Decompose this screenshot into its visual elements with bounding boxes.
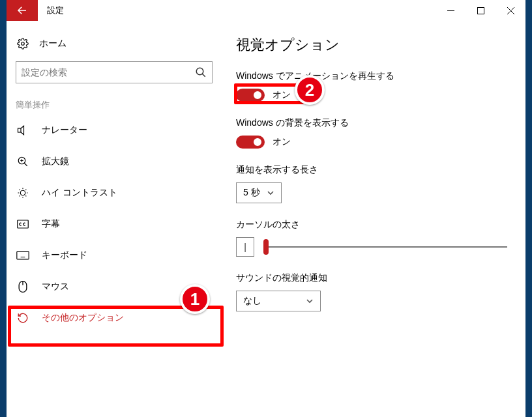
svg-rect-3 xyxy=(18,128,22,132)
combo-value: 5 秒 xyxy=(243,187,260,199)
nav-label: 拡大鏡 xyxy=(42,156,69,167)
home-label: ホーム xyxy=(39,38,66,50)
settings-window: 設定 ホーム 簡単操作 ナレーター xyxy=(7,0,525,417)
setting-animations: Windows でアニメーションを再生する オン xyxy=(236,70,507,102)
close-button[interactable] xyxy=(495,0,525,21)
mouse-icon xyxy=(16,280,30,293)
window-body: ホーム 簡単操作 ナレーター 拡大鏡 ハイ コントラスト xyxy=(7,21,525,417)
slider-thumb[interactable] xyxy=(263,239,269,255)
contrast-icon xyxy=(16,187,30,199)
chevron-down-icon xyxy=(306,297,314,305)
keyboard-icon xyxy=(16,251,30,260)
gear-icon xyxy=(16,38,30,50)
speaker-icon xyxy=(16,124,30,136)
search-icon xyxy=(195,66,207,78)
svg-point-5 xyxy=(20,190,25,195)
nav-label: マウス xyxy=(42,281,69,293)
svg-rect-0 xyxy=(477,7,484,14)
setting-label: 通知を表示する長さ xyxy=(236,164,507,176)
refresh-icon xyxy=(16,312,30,324)
search-wrap xyxy=(7,55,222,90)
search-input[interactable] xyxy=(22,67,195,78)
sidebar-item-mouse[interactable]: マウス xyxy=(7,271,222,302)
svg-point-2 xyxy=(196,68,203,75)
sidebar-item-high-contrast[interactable]: ハイ コントラスト xyxy=(7,177,222,208)
toggle-background[interactable] xyxy=(236,136,265,149)
toggle-state-label: オン xyxy=(273,136,291,148)
combo-notification-duration[interactable]: 5 秒 xyxy=(236,182,282,203)
sidebar-item-magnifier[interactable]: 拡大鏡 xyxy=(7,146,222,177)
sidebar-item-keyboard[interactable]: キーボード xyxy=(7,240,222,271)
magnifier-icon xyxy=(16,156,30,167)
maximize-button[interactable] xyxy=(466,0,495,21)
toggle-animations[interactable] xyxy=(236,89,265,102)
nav-label: その他のオプション xyxy=(42,312,124,324)
titlebar: 設定 xyxy=(7,0,525,21)
sidebar-item-other-options[interactable]: その他のオプション xyxy=(7,302,222,334)
svg-point-1 xyxy=(22,42,25,46)
setting-label: サウンドの視覚的通知 xyxy=(236,272,507,284)
setting-cursor-thickness: カーソルの太さ | xyxy=(236,219,507,257)
minimize-button[interactable] xyxy=(436,0,466,21)
sidebar-item-closed-captions[interactable]: 字幕 xyxy=(7,208,222,240)
toggle-state-label: オン xyxy=(273,89,291,101)
setting-label: カーソルの太さ xyxy=(236,219,507,231)
setting-label: Windows の背景を表示する xyxy=(236,117,507,129)
nav-label: 字幕 xyxy=(42,218,60,230)
slider-cursor-thickness[interactable] xyxy=(263,241,507,253)
content-pane: 視覚オプション Windows でアニメーションを再生する オン Windows… xyxy=(222,21,525,417)
setting-show-background: Windows の背景を表示する オン xyxy=(236,117,507,149)
sidebar-item-narrator[interactable]: ナレーター xyxy=(7,115,222,146)
setting-label: Windows でアニメーションを再生する xyxy=(236,70,507,82)
nav-label: キーボード xyxy=(42,250,87,261)
setting-visual-notifications: サウンドの視覚的通知 なし xyxy=(236,272,507,311)
combo-visual-notification[interactable]: なし xyxy=(236,291,321,311)
chevron-down-icon xyxy=(267,189,274,197)
page-heading: 視覚オプション xyxy=(236,35,507,55)
svg-rect-7 xyxy=(17,252,29,259)
nav-label: ハイ コントラスト xyxy=(42,187,117,199)
captions-icon xyxy=(16,220,30,229)
search-input-container[interactable] xyxy=(16,61,213,83)
window-controls xyxy=(436,0,525,21)
nav-label: ナレーター xyxy=(42,124,87,136)
home-link[interactable]: ホーム xyxy=(7,33,222,55)
combo-value: なし xyxy=(243,295,261,307)
window-title: 設定 xyxy=(38,0,436,21)
setting-notification-duration: 通知を表示する長さ 5 秒 xyxy=(236,164,507,203)
back-button[interactable] xyxy=(7,0,38,21)
sidebar: ホーム 簡単操作 ナレーター 拡大鏡 ハイ コントラスト xyxy=(7,21,222,417)
sidebar-section-label: 簡単操作 xyxy=(7,90,222,115)
cursor-preview: | xyxy=(236,237,254,257)
